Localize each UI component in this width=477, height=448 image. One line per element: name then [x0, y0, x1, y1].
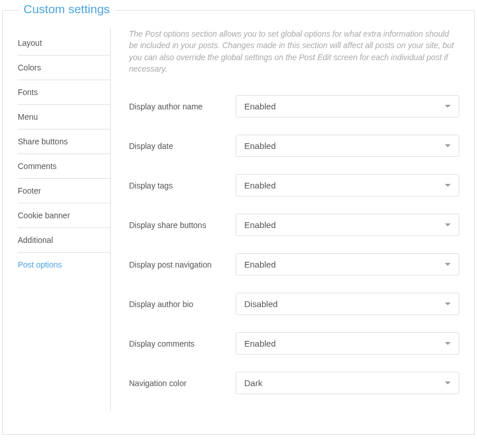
custom-settings-panel: Custom settings LayoutColorsFontsMenuSha…: [2, 10, 475, 435]
select-value: Enabled: [244, 141, 276, 151]
select-value: Enabled: [244, 220, 276, 230]
select-wrap-navigation-color: Dark: [236, 372, 459, 394]
select-display-share-buttons[interactable]: Enabled: [236, 214, 459, 236]
select-display-post-navigation[interactable]: Enabled: [236, 253, 459, 276]
form-label-display-author-name: Display author name: [129, 102, 236, 111]
chevron-down-icon: [445, 263, 451, 266]
form-row-display-author-bio: Display author bioDisabled: [129, 293, 459, 315]
sidebar-item-label: Additional: [18, 235, 53, 245]
sidebar-item-label: Share buttons: [18, 137, 68, 146]
sidebar-item-share-buttons[interactable]: Share buttons: [18, 129, 110, 154]
select-wrap-display-comments: Enabled: [236, 332, 459, 355]
form-label-display-tags: Display tags: [129, 181, 236, 190]
sidebar-item-layout[interactable]: Layout: [18, 28, 110, 56]
form-row-display-post-navigation: Display post navigationEnabled: [129, 253, 459, 276]
sidebar-item-label: Layout: [18, 38, 42, 48]
sidebar-item-additional[interactable]: Additional: [18, 228, 110, 253]
select-wrap-display-post-navigation: Enabled: [236, 253, 459, 276]
chevron-down-icon: [445, 105, 451, 108]
select-display-comments[interactable]: Enabled: [236, 332, 459, 355]
chevron-down-icon: [445, 144, 451, 147]
sidebar-item-cookie-banner[interactable]: Cookie banner: [18, 203, 110, 228]
chevron-down-icon: [445, 342, 451, 345]
sidebar-item-colors[interactable]: Colors: [18, 56, 110, 80]
select-navigation-color[interactable]: Dark: [236, 372, 459, 394]
sidebar-item-fonts[interactable]: Fonts: [18, 80, 110, 105]
form-label-display-author-bio: Display author bio: [129, 300, 236, 309]
sidebar-item-label: Colors: [18, 63, 41, 72]
form-label-display-post-navigation: Display post navigation: [129, 260, 236, 269]
select-display-tags[interactable]: Enabled: [236, 174, 459, 197]
form-label-display-date: Display date: [129, 142, 236, 151]
sidebar-item-comments[interactable]: Comments: [18, 154, 110, 179]
chevron-down-icon: [445, 302, 451, 305]
sidebar-item-label: Fonts: [18, 88, 38, 97]
form-label-navigation-color: Navigation color: [129, 379, 236, 388]
sidebar-item-post-options[interactable]: Post options: [18, 253, 110, 277]
chevron-down-icon: [445, 382, 451, 384]
select-wrap-display-author-name: Enabled: [236, 95, 459, 117]
sidebar-item-label: Menu: [18, 112, 38, 121]
select-display-date[interactable]: Enabled: [236, 135, 459, 157]
select-display-author-bio[interactable]: Disabled: [236, 293, 459, 315]
form-row-display-share-buttons: Display share buttonsEnabled: [129, 214, 459, 236]
select-display-author-name[interactable]: Enabled: [236, 95, 459, 117]
form-row-navigation-color: Navigation colorDark: [129, 372, 459, 394]
chevron-down-icon: [445, 184, 451, 187]
select-wrap-display-author-bio: Disabled: [236, 293, 459, 315]
panel-content: LayoutColorsFontsMenuShare buttonsCommen…: [18, 28, 459, 411]
select-value: Disabled: [244, 299, 277, 309]
select-value: Enabled: [244, 339, 276, 348]
select-wrap-display-share-buttons: Enabled: [236, 214, 459, 236]
form-label-display-comments: Display comments: [129, 339, 236, 348]
section-description: The Post options section allows you to s…: [129, 28, 459, 74]
settings-sidebar: LayoutColorsFontsMenuShare buttonsCommen…: [18, 28, 111, 411]
select-value: Enabled: [244, 180, 276, 190]
select-wrap-display-tags: Enabled: [236, 174, 459, 197]
sidebar-item-footer[interactable]: Footer: [18, 179, 110, 203]
form-row-display-author-name: Display author nameEnabled: [129, 95, 459, 117]
form-row-display-date: Display dateEnabled: [129, 135, 459, 157]
panel-title: Custom settings: [19, 2, 115, 16]
form-label-display-share-buttons: Display share buttons: [129, 221, 236, 230]
form-row-display-tags: Display tagsEnabled: [129, 174, 459, 197]
sidebar-item-label: Post options: [18, 260, 62, 269]
chevron-down-icon: [445, 223, 451, 226]
sidebar-item-label: Comments: [18, 162, 57, 171]
select-value: Enabled: [244, 101, 276, 111]
select-wrap-display-date: Enabled: [236, 135, 459, 157]
sidebar-item-menu[interactable]: Menu: [18, 105, 110, 129]
select-value: Dark: [244, 378, 263, 388]
sidebar-item-label: Footer: [18, 186, 41, 195]
sidebar-item-label: Cookie banner: [18, 211, 70, 220]
select-value: Enabled: [244, 260, 276, 269]
form-row-display-comments: Display commentsEnabled: [129, 332, 459, 355]
settings-main: The Post options section allows you to s…: [129, 28, 459, 411]
